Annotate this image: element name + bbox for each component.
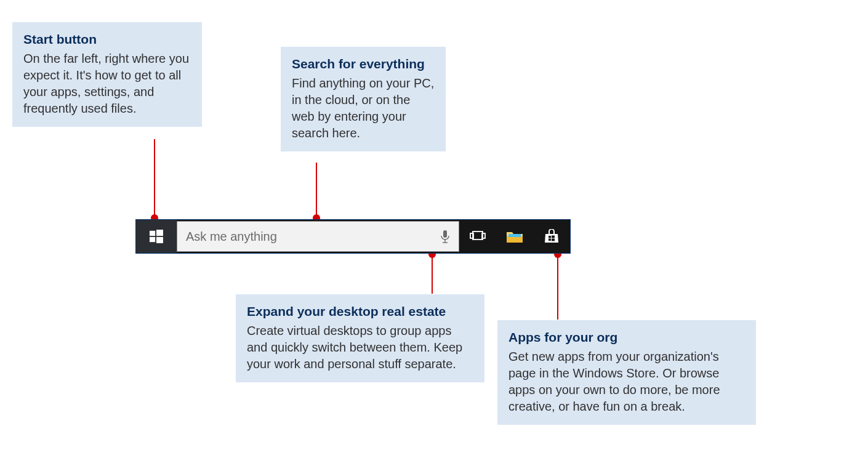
task-view-icon [470, 230, 486, 243]
callout-start-button: Start button On the far left, right wher… [12, 22, 202, 127]
search-box[interactable] [177, 221, 459, 252]
windows-logo-icon [150, 230, 163, 243]
svg-rect-14 [549, 239, 551, 241]
callout-body: On the far left, right where you expect … [23, 50, 191, 117]
callout-search: Search for everything Find anything on y… [281, 47, 446, 151]
svg-rect-12 [549, 236, 551, 238]
svg-rect-0 [150, 231, 155, 236]
file-explorer-button[interactable] [496, 220, 533, 253]
svg-rect-9 [482, 233, 485, 238]
svg-rect-1 [156, 230, 163, 236]
callout-body: Create virtual desktops to group apps an… [247, 323, 473, 372]
leader-line [154, 139, 155, 218]
svg-rect-8 [470, 233, 473, 238]
microphone-icon[interactable] [440, 229, 450, 244]
folder-icon [506, 230, 523, 243]
callout-virtual-desktops: Expand your desktop real estate Create v… [236, 294, 484, 382]
callout-title: Start button [23, 31, 191, 48]
svg-rect-11 [508, 234, 521, 237]
svg-rect-7 [473, 231, 483, 240]
callout-title: Apps for your org [508, 329, 745, 346]
svg-rect-13 [552, 236, 555, 238]
store-button[interactable] [533, 220, 570, 253]
leader-line [557, 254, 558, 320]
svg-rect-3 [156, 237, 163, 243]
svg-rect-4 [443, 230, 447, 238]
svg-rect-15 [552, 239, 555, 241]
callout-body: Get new apps from your organization's pa… [508, 348, 745, 415]
taskbar [135, 219, 571, 254]
callout-store-apps: Apps for your org Get new apps from your… [497, 320, 756, 425]
search-input[interactable] [186, 230, 440, 244]
callout-body: Find anything on your PC, in the cloud, … [292, 75, 435, 142]
start-button[interactable] [136, 220, 177, 253]
callout-title: Expand your desktop real estate [247, 303, 473, 320]
store-icon [544, 229, 560, 244]
task-view-button[interactable] [459, 220, 496, 253]
svg-rect-2 [150, 237, 155, 242]
leader-line [316, 163, 317, 218]
leader-line [432, 254, 433, 294]
callout-title: Search for everything [292, 55, 435, 73]
